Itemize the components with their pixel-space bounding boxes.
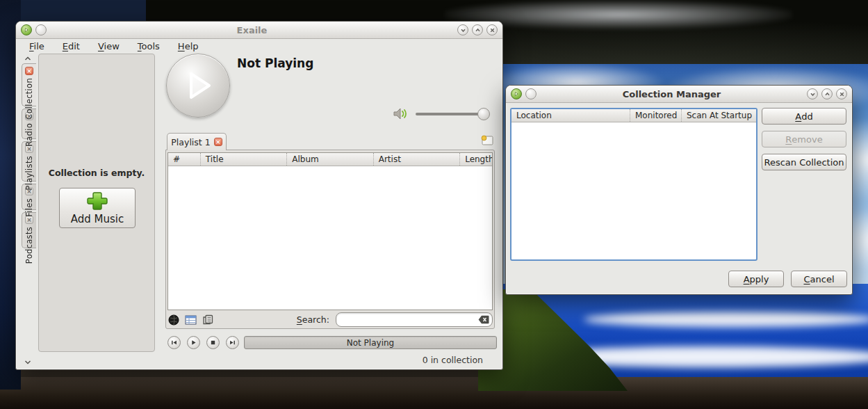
sidebar-tab-label: Files <box>24 198 34 217</box>
collection-empty-message: Collection is empty. <box>39 168 154 178</box>
minimize-button[interactable] <box>807 88 818 99</box>
menubar: File Edit View Tools Help <box>16 39 502 54</box>
locations-table-header: Location Monitored Scan At Startup <box>511 109 756 122</box>
column-title[interactable]: Title <box>200 153 286 166</box>
column-length[interactable]: Length <box>459 153 492 166</box>
remove-button[interactable]: Remove <box>762 131 846 147</box>
play-button[interactable] <box>187 336 200 349</box>
seek-bar[interactable]: Not Playing <box>244 336 497 349</box>
copy-playlist-icon[interactable] <box>202 314 214 326</box>
exaile-window: Exaile File Edit View Tools Help × Colle… <box>15 21 503 370</box>
sidebar-tab-playlists[interactable]: × Playlists <box>22 141 36 182</box>
playlist-tab-label: Playlist 1 <box>171 137 210 147</box>
menu-file[interactable]: File <box>22 40 52 52</box>
now-playing-heading: Not Playing <box>237 56 313 70</box>
add-music-label: Add Music <box>71 213 124 225</box>
stop-button[interactable] <box>206 336 220 349</box>
window-menu-button[interactable] <box>511 88 522 99</box>
close-tab-icon[interactable]: × <box>25 216 33 224</box>
clear-search-icon[interactable] <box>478 315 489 324</box>
sidebar-tab-label: Collection <box>24 78 34 120</box>
sidebar-tab-label: Playlists <box>24 156 34 191</box>
chevron-up-icon[interactable] <box>21 54 35 63</box>
sidebar-tab-collection[interactable]: × Collection <box>22 63 36 106</box>
playlist-table-header: # Title Album Artist Length <box>168 153 492 166</box>
previous-button[interactable] <box>167 336 181 349</box>
search-label: Search: <box>297 314 329 325</box>
volume-slider-track[interactable] <box>416 113 486 115</box>
column-number[interactable]: # <box>168 153 200 166</box>
window-title: Exaile <box>50 25 454 35</box>
sticky-button[interactable] <box>35 24 47 35</box>
search-input[interactable] <box>342 314 477 326</box>
menu-view[interactable]: View <box>90 40 127 52</box>
locations-table-body[interactable] <box>511 122 756 259</box>
add-button[interactable]: Add <box>762 108 846 125</box>
sidebar-tab-podcasts[interactable]: × Podcasts <box>22 212 36 248</box>
collection-count: 0 in collection <box>423 355 483 365</box>
playlist-tab[interactable]: Playlist 1 × <box>167 133 227 150</box>
column-location[interactable]: Location <box>511 109 630 122</box>
close-button[interactable] <box>486 24 498 35</box>
window-title: Collection Manager <box>540 89 803 99</box>
collection-panel: Collection is empty. Add Music <box>38 54 155 352</box>
collection-locations-table[interactable]: Location Monitored Scan At Startup <box>510 108 758 261</box>
close-tab-icon[interactable]: × <box>25 67 33 75</box>
column-album[interactable]: Album <box>286 153 372 166</box>
seek-bar-text: Not Playing <box>347 338 394 348</box>
close-playlist-tab-icon[interactable]: × <box>214 138 222 146</box>
next-button[interactable] <box>226 336 239 349</box>
play-icon <box>180 67 216 104</box>
window-menu-button[interactable] <box>21 24 32 35</box>
rescan-collection-button[interactable]: Rescan Collection <box>762 154 846 170</box>
sidebar-tabstrip: × Collection × Radio × Playlists × Files… <box>20 54 36 353</box>
playlist-table-body[interactable] <box>168 166 492 310</box>
sidebar-tab-label: Podcasts <box>24 227 34 264</box>
cancel-button[interactable]: Cancel <box>791 271 847 287</box>
playlist-table[interactable]: # Title Album Artist Length <box>167 152 493 310</box>
statusbar: 0 in collection <box>16 355 502 370</box>
add-music-button[interactable]: Add Music <box>59 188 136 228</box>
wallpaper-surf <box>584 312 868 327</box>
new-playlist-icon[interactable] <box>480 134 494 146</box>
column-artist[interactable]: Artist <box>373 153 459 166</box>
minimize-button[interactable] <box>457 24 468 35</box>
playlist-toolbar: Search: <box>167 312 493 328</box>
exaile-titlebar[interactable]: Exaile <box>16 22 502 39</box>
sticky-button[interactable] <box>525 88 537 99</box>
menu-help[interactable]: Help <box>170 40 206 52</box>
plus-icon <box>87 191 108 211</box>
playlist-view-icon[interactable] <box>185 314 197 326</box>
menu-edit[interactable]: Edit <box>55 40 88 52</box>
volume-icon[interactable] <box>393 107 408 120</box>
maximize-button[interactable] <box>821 88 833 99</box>
search-entry[interactable] <box>336 312 493 327</box>
column-monitored[interactable]: Monitored <box>630 109 681 122</box>
dynamic-playlist-icon[interactable] <box>167 314 180 326</box>
sidebar-tab-label: Radio <box>24 123 34 147</box>
collection-manager-window: Collection Manager Location Monitored Sc… <box>505 85 853 295</box>
column-scan-at-startup[interactable]: Scan At Startup <box>681 109 756 122</box>
wallpaper-sand <box>0 377 868 409</box>
collection-manager-titlebar[interactable]: Collection Manager <box>506 86 852 103</box>
menu-tools[interactable]: Tools <box>130 40 167 52</box>
big-play-button[interactable] <box>166 54 230 118</box>
apply-button[interactable]: Apply <box>728 271 784 287</box>
volume-slider-handle[interactable] <box>477 108 490 120</box>
close-button[interactable] <box>836 88 847 99</box>
maximize-button[interactable] <box>472 24 483 35</box>
